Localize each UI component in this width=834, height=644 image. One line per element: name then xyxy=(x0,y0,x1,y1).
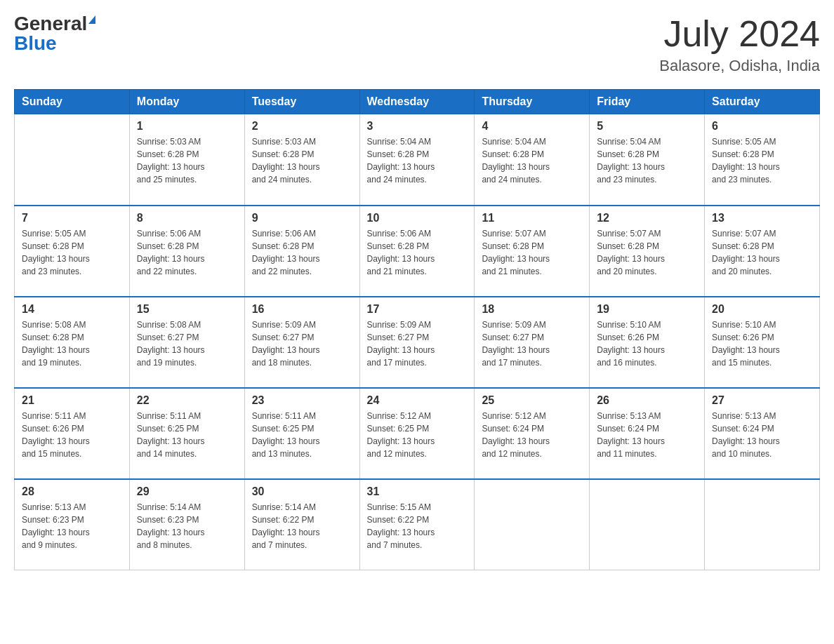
calendar-day-cell: 12Sunrise: 5:07 AM Sunset: 6:28 PM Dayli… xyxy=(590,206,705,297)
calendar-week-row: 14Sunrise: 5:08 AM Sunset: 6:28 PM Dayli… xyxy=(15,297,820,388)
day-info: Sunrise: 5:15 AM Sunset: 6:22 PM Dayligh… xyxy=(367,501,468,551)
calendar-day-cell: 28Sunrise: 5:13 AM Sunset: 6:23 PM Dayli… xyxy=(15,479,130,570)
calendar-day-cell: 19Sunrise: 5:10 AM Sunset: 6:26 PM Dayli… xyxy=(590,297,705,388)
calendar-day-cell: 29Sunrise: 5:14 AM Sunset: 6:23 PM Dayli… xyxy=(129,479,244,570)
day-info: Sunrise: 5:08 AM Sunset: 6:28 PM Dayligh… xyxy=(22,318,122,369)
calendar-day-cell: 7Sunrise: 5:05 AM Sunset: 6:28 PM Daylig… xyxy=(15,206,130,297)
day-number: 30 xyxy=(252,485,352,498)
calendar-day-cell: 17Sunrise: 5:09 AM Sunset: 6:27 PM Dayli… xyxy=(359,297,475,388)
day-info: Sunrise: 5:13 AM Sunset: 6:24 PM Dayligh… xyxy=(712,410,812,460)
calendar-day-cell: 3Sunrise: 5:04 AM Sunset: 6:28 PM Daylig… xyxy=(359,114,475,206)
calendar-day-cell: 25Sunrise: 5:12 AM Sunset: 6:24 PM Dayli… xyxy=(475,388,590,479)
calendar-header: SundayMondayTuesdayWednesdayThursdayFrid… xyxy=(15,90,820,114)
day-number: 18 xyxy=(482,303,582,316)
day-info: Sunrise: 5:11 AM Sunset: 6:26 PM Dayligh… xyxy=(22,410,122,460)
logo-general-text: General xyxy=(14,14,87,34)
calendar-day-cell: 26Sunrise: 5:13 AM Sunset: 6:24 PM Dayli… xyxy=(590,388,705,479)
calendar-table: SundayMondayTuesdayWednesdayThursdayFrid… xyxy=(14,89,820,570)
day-info: Sunrise: 5:04 AM Sunset: 6:28 PM Dayligh… xyxy=(367,135,468,186)
day-number: 26 xyxy=(597,394,697,407)
day-info: Sunrise: 5:05 AM Sunset: 6:28 PM Dayligh… xyxy=(712,135,812,186)
day-number: 11 xyxy=(482,212,582,224)
days-of-week-row: SundayMondayTuesdayWednesdayThursdayFrid… xyxy=(15,90,820,114)
day-info: Sunrise: 5:03 AM Sunset: 6:28 PM Dayligh… xyxy=(137,135,237,186)
month-title: July 2024 xyxy=(659,14,820,54)
calendar-day-cell: 20Sunrise: 5:10 AM Sunset: 6:26 PM Dayli… xyxy=(705,297,820,388)
day-of-week-header: Thursday xyxy=(475,90,590,114)
day-info: Sunrise: 5:10 AM Sunset: 6:26 PM Dayligh… xyxy=(597,318,697,369)
calendar-week-row: 7Sunrise: 5:05 AM Sunset: 6:28 PM Daylig… xyxy=(15,206,820,297)
day-info: Sunrise: 5:04 AM Sunset: 6:28 PM Dayligh… xyxy=(482,135,582,186)
day-of-week-header: Saturday xyxy=(705,90,820,114)
day-number: 15 xyxy=(137,303,237,316)
calendar-day-cell: 9Sunrise: 5:06 AM Sunset: 6:28 PM Daylig… xyxy=(244,206,359,297)
day-number: 6 xyxy=(712,120,812,133)
day-number: 5 xyxy=(597,120,697,133)
day-info: Sunrise: 5:05 AM Sunset: 6:28 PM Dayligh… xyxy=(22,227,122,278)
calendar-day-cell: 1Sunrise: 5:03 AM Sunset: 6:28 PM Daylig… xyxy=(129,114,244,206)
day-info: Sunrise: 5:04 AM Sunset: 6:28 PM Dayligh… xyxy=(597,135,697,186)
day-number: 23 xyxy=(252,394,352,407)
calendar-day-cell: 23Sunrise: 5:11 AM Sunset: 6:25 PM Dayli… xyxy=(244,388,359,479)
day-info: Sunrise: 5:11 AM Sunset: 6:25 PM Dayligh… xyxy=(137,410,237,460)
day-of-week-header: Tuesday xyxy=(244,90,359,114)
day-info: Sunrise: 5:12 AM Sunset: 6:24 PM Dayligh… xyxy=(482,410,582,460)
day-info: Sunrise: 5:07 AM Sunset: 6:28 PM Dayligh… xyxy=(597,227,697,278)
calendar-day-cell: 8Sunrise: 5:06 AM Sunset: 6:28 PM Daylig… xyxy=(129,206,244,297)
day-number: 2 xyxy=(252,120,352,133)
day-number: 19 xyxy=(597,303,697,316)
day-number: 17 xyxy=(367,303,468,316)
page-header: General Blue July 2024 Balasore, Odisha,… xyxy=(14,14,820,75)
day-info: Sunrise: 5:06 AM Sunset: 6:28 PM Dayligh… xyxy=(137,227,237,278)
day-info: Sunrise: 5:09 AM Sunset: 6:27 PM Dayligh… xyxy=(482,318,582,369)
calendar-day-cell: 11Sunrise: 5:07 AM Sunset: 6:28 PM Dayli… xyxy=(475,206,590,297)
day-of-week-header: Sunday xyxy=(15,90,130,114)
day-of-week-header: Monday xyxy=(129,90,244,114)
calendar-week-row: 1Sunrise: 5:03 AM Sunset: 6:28 PM Daylig… xyxy=(15,114,820,206)
calendar-day-cell: 31Sunrise: 5:15 AM Sunset: 6:22 PM Dayli… xyxy=(359,479,475,570)
calendar-day-cell: 5Sunrise: 5:04 AM Sunset: 6:28 PM Daylig… xyxy=(590,114,705,206)
day-number: 28 xyxy=(22,485,122,498)
day-number: 4 xyxy=(482,120,582,133)
calendar-day-cell xyxy=(15,114,130,206)
day-number: 25 xyxy=(482,394,582,407)
day-number: 29 xyxy=(137,485,237,498)
day-info: Sunrise: 5:09 AM Sunset: 6:27 PM Dayligh… xyxy=(367,318,468,369)
calendar-day-cell: 14Sunrise: 5:08 AM Sunset: 6:28 PM Dayli… xyxy=(15,297,130,388)
day-info: Sunrise: 5:08 AM Sunset: 6:27 PM Dayligh… xyxy=(137,318,237,369)
day-number: 8 xyxy=(137,212,237,224)
day-number: 3 xyxy=(367,120,468,133)
logo-blue-text: Blue xyxy=(14,32,57,54)
day-number: 10 xyxy=(367,212,468,224)
day-info: Sunrise: 5:13 AM Sunset: 6:23 PM Dayligh… xyxy=(22,501,122,551)
title-block: July 2024 Balasore, Odisha, India xyxy=(659,14,820,75)
day-number: 21 xyxy=(22,394,122,407)
day-info: Sunrise: 5:06 AM Sunset: 6:28 PM Dayligh… xyxy=(252,227,352,278)
day-number: 1 xyxy=(137,120,237,133)
calendar-day-cell: 15Sunrise: 5:08 AM Sunset: 6:27 PM Dayli… xyxy=(129,297,244,388)
calendar-day-cell: 22Sunrise: 5:11 AM Sunset: 6:25 PM Dayli… xyxy=(129,388,244,479)
calendar-day-cell: 24Sunrise: 5:12 AM Sunset: 6:25 PM Dayli… xyxy=(359,388,475,479)
calendar-week-row: 21Sunrise: 5:11 AM Sunset: 6:26 PM Dayli… xyxy=(15,388,820,479)
day-number: 31 xyxy=(367,485,468,498)
day-number: 24 xyxy=(367,394,468,407)
day-info: Sunrise: 5:07 AM Sunset: 6:28 PM Dayligh… xyxy=(712,227,812,278)
day-number: 12 xyxy=(597,212,697,224)
day-info: Sunrise: 5:06 AM Sunset: 6:28 PM Dayligh… xyxy=(367,227,468,278)
calendar-day-cell: 4Sunrise: 5:04 AM Sunset: 6:28 PM Daylig… xyxy=(475,114,590,206)
calendar-week-row: 28Sunrise: 5:13 AM Sunset: 6:23 PM Dayli… xyxy=(15,479,820,570)
day-number: 9 xyxy=(252,212,352,224)
calendar-day-cell: 27Sunrise: 5:13 AM Sunset: 6:24 PM Dayli… xyxy=(705,388,820,479)
logo-arrow-icon xyxy=(88,15,95,24)
day-of-week-header: Wednesday xyxy=(359,90,475,114)
calendar-day-cell: 21Sunrise: 5:11 AM Sunset: 6:26 PM Dayli… xyxy=(15,388,130,479)
day-of-week-header: Friday xyxy=(590,90,705,114)
day-info: Sunrise: 5:09 AM Sunset: 6:27 PM Dayligh… xyxy=(252,318,352,369)
logo: General Blue xyxy=(14,14,95,53)
calendar-day-cell: 2Sunrise: 5:03 AM Sunset: 6:28 PM Daylig… xyxy=(244,114,359,206)
day-number: 22 xyxy=(137,394,237,407)
day-info: Sunrise: 5:14 AM Sunset: 6:22 PM Dayligh… xyxy=(252,501,352,551)
calendar-day-cell: 18Sunrise: 5:09 AM Sunset: 6:27 PM Dayli… xyxy=(475,297,590,388)
day-number: 20 xyxy=(712,303,812,316)
day-info: Sunrise: 5:11 AM Sunset: 6:25 PM Dayligh… xyxy=(252,410,352,460)
